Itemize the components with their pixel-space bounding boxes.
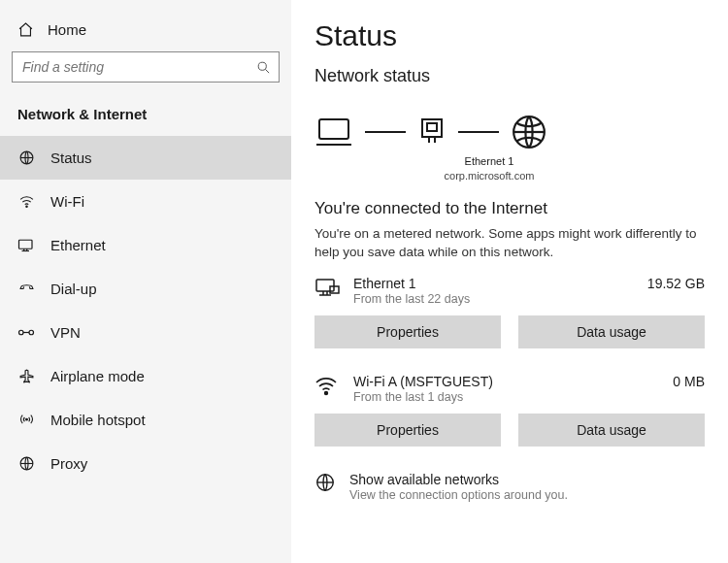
properties-button[interactable]: Properties — [314, 315, 501, 348]
wifi-icon — [17, 193, 35, 210]
data-usage-button[interactable]: Data usage — [518, 315, 705, 348]
wifi-conn-icon — [314, 374, 340, 397]
svg-rect-10 — [427, 123, 437, 131]
svg-rect-3 — [19, 240, 33, 248]
connection-sub: From the last 22 days — [353, 292, 634, 306]
sidebar: Home Network & Internet Status Wi-Fi — [0, 0, 291, 563]
svg-rect-12 — [316, 280, 334, 291]
hotspot-icon — [17, 412, 35, 428]
svg-point-5 — [29, 330, 34, 335]
page-title: Status — [314, 19, 705, 52]
svg-point-2 — [25, 206, 26, 207]
sidebar-item-label: Ethernet — [50, 237, 106, 253]
connection-name: Wi-Fi A (MSFTGUEST) — [353, 374, 659, 389]
sidebar-item-label: Proxy — [50, 455, 87, 472]
ethernet-conn-icon — [314, 276, 340, 299]
sidebar-item-ethernet[interactable]: Ethernet — [0, 223, 291, 267]
sidebar-item-label: VPN — [50, 324, 81, 341]
diagram-domain: corp.microsoft.com — [382, 169, 596, 183]
status-icon — [17, 149, 35, 166]
search-icon — [256, 60, 271, 75]
svg-rect-8 — [319, 119, 348, 139]
home-label: Home — [48, 21, 86, 38]
sidebar-item-label: Dial-up — [50, 281, 97, 297]
search-input[interactable] — [20, 58, 256, 76]
svg-rect-9 — [422, 119, 442, 137]
dialup-icon — [17, 281, 35, 297]
status-headline: You're connected to the Internet — [314, 199, 705, 218]
home-icon — [17, 21, 34, 38]
sidebar-item-vpn[interactable]: VPN — [0, 311, 291, 354]
network-diagram — [314, 110, 705, 152]
connection-row: Ethernet 1 From the last 22 days 19.52 G… — [314, 276, 705, 306]
show-available-networks[interactable]: Show available networks View the connect… — [314, 472, 705, 502]
svg-point-14 — [325, 391, 328, 394]
home-link[interactable]: Home — [0, 17, 291, 51]
connection-usage: 19.52 GB — [647, 276, 705, 291]
vpn-icon — [17, 325, 35, 340]
sidebar-item-label: Wi-Fi — [50, 193, 84, 210]
sidebar-item-proxy[interactable]: Proxy — [0, 442, 291, 485]
globe-icon — [511, 114, 547, 150]
available-sub: View the connection options around you. — [349, 488, 568, 502]
connection-sub: From the last 1 days — [353, 390, 659, 404]
pc-icon — [314, 116, 353, 149]
connection-name: Ethernet 1 — [353, 276, 634, 291]
diagram-line — [365, 131, 406, 133]
sidebar-item-status[interactable]: Status — [0, 136, 291, 180]
ethernet-icon — [17, 237, 35, 253]
svg-point-0 — [258, 62, 266, 70]
diagram-adapter: Ethernet 1 — [382, 154, 596, 169]
sidebar-item-airplane[interactable]: Airplane mode — [0, 354, 291, 398]
connection-usage: 0 MB — [673, 374, 705, 389]
adapter-icon — [417, 116, 447, 149]
main-content: Status Network status Ethernet 1 corp.mi… — [291, 0, 728, 563]
sidebar-item-wifi[interactable]: Wi-Fi — [0, 180, 291, 223]
svg-point-4 — [19, 330, 24, 335]
airplane-icon — [17, 368, 35, 384]
search-input-container[interactable] — [12, 51, 280, 83]
diagram-line — [458, 131, 499, 133]
sidebar-item-label: Airplane mode — [50, 368, 145, 384]
sidebar-item-hotspot[interactable]: Mobile hotspot — [0, 398, 291, 442]
globe-small-icon — [314, 472, 336, 493]
diagram-caption: Ethernet 1 corp.microsoft.com — [382, 154, 596, 183]
proxy-icon — [17, 455, 35, 472]
data-usage-button[interactable]: Data usage — [518, 414, 705, 447]
status-body: You're on a metered network. Some apps m… — [314, 224, 703, 262]
sidebar-item-dialup[interactable]: Dial-up — [0, 267, 291, 311]
connection-row: Wi-Fi A (MSFTGUEST) From the last 1 days… — [314, 374, 705, 404]
section-header: Network & Internet — [0, 100, 291, 136]
sidebar-item-label: Status — [50, 149, 92, 166]
page-subtitle: Network status — [314, 66, 705, 86]
svg-point-6 — [25, 418, 27, 420]
properties-button[interactable]: Properties — [314, 414, 501, 447]
sidebar-item-label: Mobile hotspot — [50, 412, 146, 428]
available-title: Show available networks — [349, 472, 568, 487]
